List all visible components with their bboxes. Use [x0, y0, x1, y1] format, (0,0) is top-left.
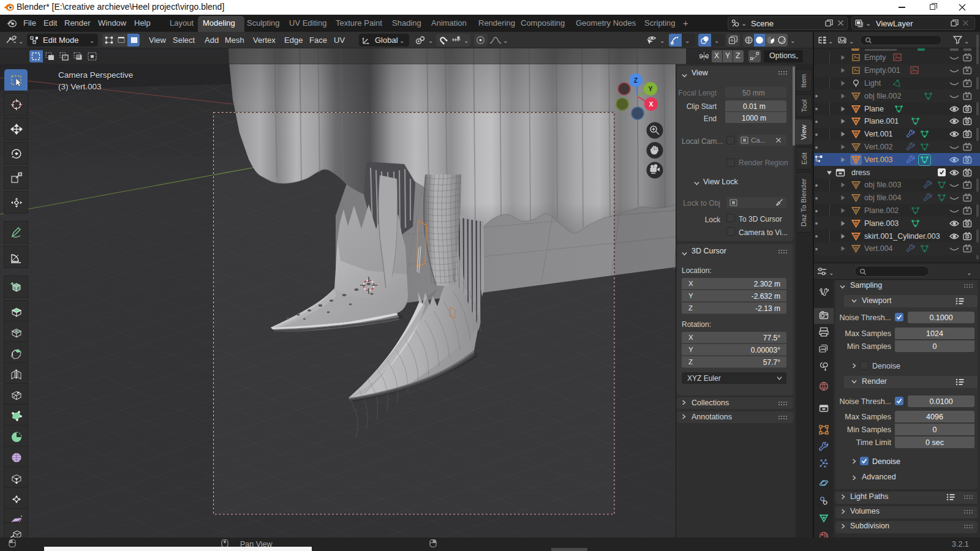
svg-text:Z: Z: [634, 77, 638, 84]
